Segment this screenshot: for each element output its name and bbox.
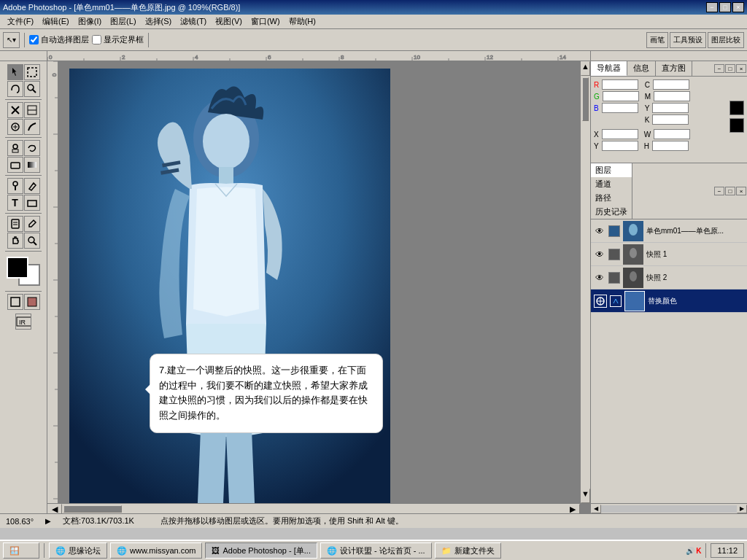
horizontal-scrollbar[interactable]: ◀ ▶ (47, 503, 580, 513)
c-value (653, 79, 689, 90)
tab-paths[interactable]: 路径 (591, 191, 632, 205)
tab-navigator[interactable]: 导航器 (591, 61, 627, 76)
taskbar-btn-folder[interactable]: 📁 新建文件夹 (435, 542, 501, 559)
gradient-tool[interactable] (24, 157, 40, 173)
tool-separator-3 (5, 175, 42, 176)
layer-item-0[interactable]: 👁 单色mm01——单色原... (591, 219, 747, 243)
tool-separator-4 (5, 213, 42, 214)
panel-minimize[interactable]: − (714, 64, 724, 73)
menu-help[interactable]: 帮助(H) (285, 15, 320, 28)
heal-tool[interactable] (7, 119, 23, 135)
auto-select-checkbox[interactable] (29, 35, 39, 44)
panel-maximize[interactable]: □ (725, 64, 735, 73)
menu-file[interactable]: 文件(F) (3, 15, 38, 28)
eyedropper-1-icon[interactable] (729, 101, 744, 115)
show-transform-option[interactable]: 显示定界框 (92, 34, 144, 45)
pen-tool[interactable] (24, 178, 40, 194)
taskbar-btn-photoshop[interactable]: 🖼 Adobe Photoshop - [单... (205, 542, 317, 559)
eraser-tool[interactable] (7, 157, 23, 173)
menu-layer[interactable]: 图层(L) (106, 15, 140, 28)
panel-controls: − □ × (714, 64, 747, 73)
tab-channels[interactable]: 通道 (591, 177, 632, 191)
tab-info[interactable]: 信息 (627, 61, 656, 76)
taskbar-btn-forum[interactable]: 🌐 设计联盟 - 论坛首页 - ... (320, 542, 432, 559)
taskbar-label-0: 思缘论坛 (69, 545, 101, 556)
layers-scrollbar[interactable]: ◀ ▶ (591, 503, 747, 513)
brush-btn[interactable]: 画笔 (646, 32, 668, 48)
layers-close[interactable]: × (736, 187, 746, 195)
menu-filter[interactable]: 滤镜(T) (176, 15, 211, 28)
maximize-button[interactable]: □ (719, 2, 731, 12)
auto-select-label: 自动选择图层 (41, 34, 89, 45)
dodge-tool[interactable] (7, 178, 23, 194)
show-transform-checkbox[interactable] (92, 35, 101, 44)
tool-row-4 (7, 119, 40, 135)
menu-edit[interactable]: 编辑(E) (38, 15, 74, 28)
toolbar: ↖▾ 自动选择图层 显示定界框 画笔 工具预设 图层比较 (0, 29, 747, 51)
tool-preset-btn[interactable]: 工具预设 (670, 32, 706, 48)
status-arrow[interactable]: ▶ (45, 517, 51, 525)
layer-compare-btn[interactable]: 图层比较 (708, 32, 744, 48)
tab-history[interactable]: 历史记录 (591, 205, 632, 219)
layer-item-1[interactable]: 👁 快照 1 (591, 243, 747, 266)
stamp-tool[interactable] (7, 140, 23, 156)
brush-tool[interactable] (24, 119, 40, 135)
layers-list: 👁 单色mm01——单色原... 👁 快照 1 (591, 219, 747, 503)
panel-close[interactable]: × (736, 64, 746, 73)
history-brush-tool[interactable] (24, 140, 40, 156)
svg-text:6: 6 (268, 54, 271, 61)
standard-mode[interactable] (7, 294, 23, 310)
layer-visibility-0[interactable]: 👁 (594, 225, 605, 237)
layers-panel-tabs: 图层 通道 路径 历史记录 − □ × (591, 163, 747, 219)
navigator-content: R G B (591, 77, 747, 157)
taskbar-label-4: 新建文件夹 (454, 545, 495, 556)
start-button[interactable]: 🪟 (3, 542, 39, 559)
taskbar-btn-missyan[interactable]: 🌐 www.missyan.com (110, 542, 202, 559)
layers-minimize[interactable]: − (714, 187, 724, 195)
svg-text:10: 10 (414, 54, 420, 61)
text-tool[interactable]: T (7, 195, 23, 211)
photoshop-canvas[interactable]: 7.建立一个调整后的快照。这一步很重要，在下面的过程中，我们要不断的建立快照，希… (69, 69, 390, 513)
layer-item-3[interactable]: 替换颜色 (591, 289, 747, 313)
magic-wand-tool[interactable] (24, 81, 40, 97)
layers-maximize[interactable]: □ (725, 187, 735, 195)
eyedropper-tool[interactable] (24, 216, 40, 232)
svg-rect-46 (28, 298, 36, 306)
ruler-area: 0 2 4 6 8 10 12 14 (0, 51, 747, 61)
marquee-tool[interactable] (24, 64, 40, 80)
tab-layers[interactable]: 图层 (591, 163, 632, 177)
menu-view[interactable]: 视图(V) (211, 15, 247, 28)
svg-rect-35 (11, 163, 20, 168)
auto-select-layer-option[interactable]: 自动选择图层 (29, 34, 89, 45)
eyedropper-2-icon[interactable] (729, 118, 744, 133)
layer-visibility-2[interactable]: 👁 (594, 272, 605, 284)
foreground-color[interactable] (7, 257, 28, 279)
svg-text:0: 0 (49, 54, 53, 61)
svg-rect-36 (28, 162, 36, 168)
layer-visibility-1[interactable]: 👁 (594, 249, 605, 260)
info-coordinates: R G B (594, 79, 727, 154)
shape-tool[interactable] (24, 195, 40, 211)
zoom-tool[interactable] (24, 233, 40, 249)
layer-type-icon-3 (594, 295, 607, 308)
taskbar-btn-siluan[interactable]: 🌐 思缘论坛 (49, 542, 107, 559)
vertical-scrollbar[interactable]: ▲ ▼ (580, 61, 590, 503)
move-tool[interactable] (7, 64, 23, 80)
notes-tool[interactable] (7, 216, 23, 232)
tab-histogram[interactable]: 直方图 (656, 61, 692, 76)
quick-mask[interactable] (24, 294, 40, 310)
color-selector[interactable] (7, 257, 40, 286)
layer-thumbnail-0 (623, 221, 643, 241)
hand-tool[interactable] (7, 233, 23, 249)
crop-tool[interactable] (7, 102, 23, 118)
lasso-tool[interactable] (7, 81, 23, 97)
jump-to-imageready[interactable]: IR (15, 314, 31, 330)
menu-window[interactable]: 窗口(W) (247, 15, 285, 28)
slice-tool[interactable] (24, 102, 40, 118)
menu-select[interactable]: 选择(S) (141, 15, 177, 28)
close-button[interactable]: × (732, 2, 744, 12)
minimize-button[interactable]: − (706, 2, 718, 12)
menu-image[interactable]: 图像(I) (74, 15, 106, 28)
layer-item-2[interactable]: 👁 快照 2 (591, 266, 747, 289)
tool-arrow[interactable]: ↖▾ (3, 32, 20, 48)
